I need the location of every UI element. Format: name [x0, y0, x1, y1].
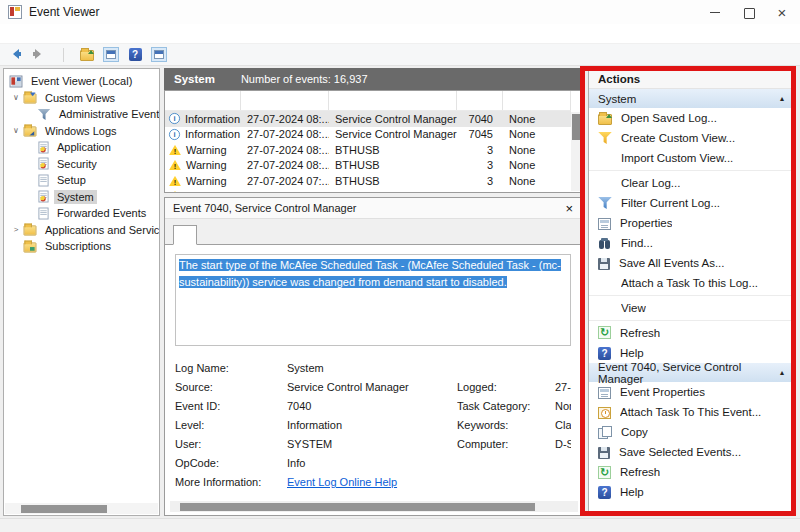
action-item-label: Event Properties [620, 386, 705, 398]
actions-section-header-system[interactable]: System ▴ [589, 89, 793, 108]
tree-item[interactable]: Administrative Events [4, 106, 159, 123]
column-header[interactable] [503, 91, 571, 110]
action-item[interactable]: Open Saved Log... [589, 108, 793, 128]
back-arrow-button[interactable] [5, 45, 25, 64]
event-pane-tabs [165, 219, 583, 244]
column-header[interactable] [165, 91, 241, 110]
table-vertical-scrollbar[interactable] [571, 112, 582, 191]
collapse-arrow-icon[interactable]: ▴ [780, 94, 784, 103]
event-row[interactable]: Warning 27-07-2024 08:... BTHUSB 3 None [165, 158, 571, 174]
action-item[interactable]: Save All Events As... [589, 253, 793, 273]
tree-item[interactable]: > Applications and Services Log [4, 222, 159, 239]
tree-item-label: Forwarded Events [54, 206, 149, 220]
action-item[interactable]: Find... [589, 233, 793, 253]
action-item[interactable]: View [589, 295, 793, 318]
more-information-label: More Information: [175, 476, 287, 488]
help-icon [598, 347, 611, 360]
event-pane-header: Event 7040, Service Control Manager × [165, 198, 583, 219]
event-description[interactable]: The start type of the McAfee Scheduled T… [179, 259, 561, 288]
tab[interactable] [173, 225, 197, 245]
scrollbar-thumb[interactable] [572, 114, 581, 140]
custom-views-folder-icon [24, 94, 37, 104]
event-row[interactable]: Warning 27-07-2024 07:... BTHUSB 3 None [165, 189, 571, 194]
tree-item[interactable]: ∨ Windows Logs [4, 123, 159, 140]
toolbar-separator-button[interactable] [53, 45, 73, 64]
maximize-button[interactable] [732, 0, 766, 24]
event-log-online-help-link[interactable]: Event Log Online Help [287, 476, 397, 488]
action-item[interactable]: Filter Current Log... [589, 193, 793, 213]
action-item[interactable]: Copy [589, 422, 793, 442]
event-row[interactable]: Warning 27-07-2024 08:... BTHUSB 3 None [165, 142, 571, 158]
event-row[interactable]: Information 27-07-2024 08:... Service Co… [165, 127, 571, 143]
action-item[interactable]: Refresh [589, 462, 793, 482]
action-item[interactable]: Help [589, 482, 793, 502]
scrollbar-thumb[interactable] [180, 503, 535, 511]
task-category-cell: None [503, 142, 571, 158]
tree-item[interactable]: Application [4, 139, 159, 156]
help-button[interactable] [125, 45, 145, 64]
column-header[interactable] [329, 91, 457, 110]
refresh-icon [598, 466, 611, 479]
toolbar-separator-icon [63, 48, 64, 62]
event-id-cell: 3 [457, 142, 503, 158]
console-window-button[interactable] [149, 45, 169, 64]
open-saved-log-button[interactable] [77, 45, 97, 64]
action-item-label: Help [620, 486, 644, 498]
action-item-label: Copy [621, 426, 648, 438]
action-item[interactable]: Event Properties [589, 382, 793, 402]
event-pane-horizontal-scrollbar[interactable] [170, 501, 578, 512]
tab[interactable] [197, 225, 219, 245]
tree-item[interactable]: System [4, 189, 159, 206]
event-id-cell: 7040 [457, 111, 503, 127]
action-item[interactable]: Attach Task To This Event... [589, 402, 793, 422]
tree-item[interactable]: Setup [4, 172, 159, 189]
tree-horizontal-scrollbar[interactable] [5, 503, 158, 514]
tree-item[interactable]: Event Viewer (Local) [4, 73, 159, 90]
collapse-arrow-icon[interactable]: ▴ [780, 368, 784, 377]
menu-item[interactable] [20, 32, 36, 36]
event-description-box[interactable]: The start type of the McAfee Scheduled T… [175, 254, 571, 346]
field-label: OpCode: [175, 457, 287, 469]
help-icon [598, 486, 611, 499]
action-item[interactable]: Refresh [589, 320, 793, 343]
tree-item-label: Applications and Services Log [42, 223, 159, 237]
table-body: Information 27-07-2024 08:... Service Co… [165, 111, 583, 193]
expander-chevron-icon[interactable]: > [9, 225, 23, 234]
event-row[interactable]: Warning 27-07-2024 07:... BTHUSB 3 None [165, 173, 571, 189]
tree-item[interactable]: Subscriptions [4, 238, 159, 255]
tree-item[interactable]: Forwarded Events [4, 205, 159, 222]
menu-item[interactable] [52, 32, 68, 36]
action-item[interactable]: Clear Log... [589, 170, 793, 193]
log-file-plain-icon [38, 207, 48, 219]
tree-item[interactable]: ∨ Custom Views [4, 90, 159, 107]
scrollbar-thumb[interactable] [21, 505, 107, 513]
close-icon[interactable]: × [563, 202, 575, 215]
expander-chevron-icon[interactable]: ∨ [9, 93, 23, 102]
log-name: System [174, 73, 215, 85]
console-window-button[interactable] [101, 45, 121, 64]
source-cell: Service Control Manager [329, 127, 457, 143]
column-header[interactable] [241, 91, 329, 110]
action-item[interactable]: Properties [589, 213, 793, 233]
action-item[interactable]: Import Custom View... [589, 148, 793, 168]
event-row[interactable]: Information 27-07-2024 08:... Service Co… [165, 111, 571, 127]
action-item[interactable]: Create Custom View... [589, 128, 793, 148]
level-cell: Warning [165, 158, 241, 174]
warning-icon [169, 145, 181, 155]
actions-section-header-event[interactable]: Event 7040, Service Control Manager ▴ [589, 363, 793, 382]
expander-chevron-icon[interactable]: ∨ [9, 126, 23, 135]
minimize-button[interactable] [698, 0, 732, 24]
close-button[interactable] [766, 0, 800, 24]
field-label: Keywords: [457, 419, 555, 431]
tree-item-label: Administrative Events [56, 107, 159, 121]
titlebar: Event Viewer [0, 0, 800, 24]
tree-item[interactable]: Security [4, 156, 159, 173]
general-tab-page: The start type of the McAfee Scheduled T… [165, 244, 583, 515]
action-item[interactable]: Attach a Task To this Log... [589, 273, 793, 293]
menu-item[interactable] [4, 32, 20, 36]
column-header[interactable] [457, 91, 503, 110]
actions-panel: Actions System ▴ Open Saved Log... Creat… [588, 68, 794, 516]
forward-arrow-button[interactable] [29, 45, 49, 64]
menu-item[interactable] [36, 32, 52, 36]
action-item[interactable]: Save Selected Events... [589, 442, 793, 462]
